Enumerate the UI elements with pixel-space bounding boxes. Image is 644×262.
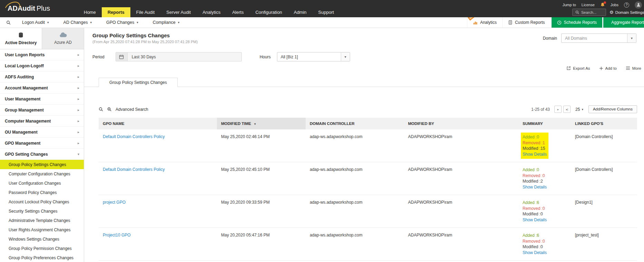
analytics-menu-item[interactable]: NEW Analytics: [467, 17, 502, 28]
col-header-modified-by[interactable]: MODIFIED BY: [404, 118, 518, 129]
aggregate-report-button[interactable]: Aggregate Report: [603, 17, 644, 28]
user-avatar[interactable]: [635, 1, 642, 9]
nav-item-home[interactable]: Home: [78, 7, 102, 17]
license-link[interactable]: License: [582, 3, 595, 7]
sidebar-item-ou-management[interactable]: OU Management▸: [0, 127, 84, 138]
linked-gpos-cell: [Domain Controllers]: [571, 162, 637, 195]
page-size-select[interactable]: 25 ▾: [575, 107, 583, 112]
jobs-link[interactable]: Jobs: [611, 3, 618, 7]
nav-item-file-audit[interactable]: File Audit: [130, 7, 160, 17]
pagination-range: 1-25 of 43: [531, 107, 550, 112]
chevron-down-icon: ▾: [178, 21, 180, 24]
sidebar-item-user-management[interactable]: User Management▸: [0, 94, 84, 105]
sidebar-subitem-group-policy-permission-changes[interactable]: Group Policy Permission Changes: [0, 244, 84, 253]
nav-item-label: Support: [318, 10, 334, 15]
gpo-name-link[interactable]: Project10 GPO: [103, 233, 131, 237]
tab-azure-ad[interactable]: Azure AD: [42, 28, 84, 49]
sidebar-sublist: Group Policy Settings ChangesComputer Co…: [0, 160, 84, 262]
nav-item-configuration[interactable]: Configuration: [249, 7, 288, 17]
sidebar-subitem-windows-settings-changes[interactable]: Windows Settings Changes: [0, 234, 84, 244]
col-header-gpo-name[interactable]: GPO NAME: [99, 118, 217, 129]
modified-by-cell: ADAPWORKSHOP\ram: [404, 228, 518, 261]
sidebar-subitem-user-configuration-changes[interactable]: User Configuration Changes: [0, 178, 84, 188]
sidebar-subitem-password-policy-changes[interactable]: Password Policy Changes: [0, 188, 84, 197]
show-details-link[interactable]: Show Details: [523, 250, 547, 255]
sidebar-subitem-administrative-template-changes[interactable]: Administrative Template Changes: [0, 216, 84, 225]
col-header-modified-time[interactable]: MODIFIED TIME ▾: [217, 118, 306, 129]
menubar-left: Logon Audit▾AD Changes▾GPO Changes▾Compl…: [0, 17, 187, 28]
sidebar-subitem-group-policy-settings-changes[interactable]: Group Policy Settings Changes: [0, 160, 84, 169]
menu-compliance[interactable]: Compliance▾: [146, 20, 187, 25]
period-input[interactable]: Last 30 Days: [116, 52, 242, 61]
summary-added: Added :0: [523, 134, 547, 140]
filters-row: Period Last 30 Days Hours All [Biz 1] ▾: [92, 52, 350, 61]
sidebar-item-computer-management[interactable]: Computer Management▸: [0, 116, 84, 127]
add-remove-columns-button[interactable]: Add/Remove Columns: [588, 105, 637, 113]
report-tabstrip: Group Policy Settings Changes: [84, 77, 644, 87]
page-head: Group Policy Settings Changes (From Apr …: [92, 32, 198, 44]
summary-removed: Removed :0: [523, 206, 547, 212]
menu-ad-changes[interactable]: AD Changes▾: [56, 20, 99, 25]
notifications-bell-icon[interactable]: [600, 2, 605, 7]
report-search-icon[interactable]: [6, 20, 15, 25]
schedule-reports-button[interactable]: Schedule Reports: [552, 17, 602, 28]
sidebar-item-group-management[interactable]: Group Management▸: [0, 105, 84, 116]
gpo-name-link[interactable]: Default Domain Controllers Policy: [103, 134, 165, 139]
app-logo[interactable]: ADAuditPlus: [8, 4, 50, 12]
gpo-name-link[interactable]: Default Domain Controllers Policy: [103, 167, 165, 172]
nav-item-label: Server Audit: [166, 10, 191, 15]
advanced-search-icon[interactable]: [107, 107, 112, 111]
sidebar-item-gpo-setting-changes[interactable]: GPO Setting Changes▾: [0, 149, 84, 160]
nav-item-analytics[interactable]: Analytics: [197, 7, 226, 17]
nav-item-server-audit[interactable]: Server Audit: [160, 7, 197, 17]
tab-group-policy-settings-changes[interactable]: Group Policy Settings Changes: [99, 78, 178, 87]
jump-to-link[interactable]: Jump to: [563, 3, 576, 7]
summary-removed: Removed :1: [523, 140, 547, 146]
sidebar-subitem-account-lockout-policy-changes[interactable]: Account Lockout Policy Changes: [0, 197, 84, 206]
sidebar-subitem-group-policy-preferences-changes[interactable]: Group Policy Preferences Changes: [0, 253, 84, 262]
menu-label: Logon Audit: [22, 20, 45, 25]
chevron-down-icon: ▾: [627, 34, 636, 42]
sidebar-subitem-user-rights-assignment-changes[interactable]: User Rights Assignment Changes: [0, 225, 84, 234]
last-page-button[interactable]: ▸|: [563, 106, 571, 113]
advanced-search-label[interactable]: Advanced Search: [116, 107, 148, 112]
nav-item-alerts[interactable]: Alerts: [226, 7, 249, 17]
show-details-link[interactable]: Show Details: [523, 217, 547, 222]
next-page-button[interactable]: ▸: [554, 106, 562, 113]
col-header-domain-controller[interactable]: DOMAIN CONTROLLER: [306, 118, 404, 129]
gpo-name-link[interactable]: project GPO: [103, 200, 126, 205]
calendar-icon[interactable]: [116, 52, 128, 61]
sidebar-item-local-logon-logoff[interactable]: Local Logon-Logoff▸: [0, 60, 84, 71]
menu-gpo-changes[interactable]: GPO Changes▾: [99, 20, 146, 25]
nav-item-reports[interactable]: Reports: [102, 7, 130, 17]
sub-item-label: Security Settings Changes: [9, 209, 57, 214]
sidebar-subitem-computer-configuration-changes[interactable]: Computer Configuration Changes: [0, 169, 84, 178]
nav-item-admin[interactable]: Admin: [288, 7, 313, 17]
menu-logon-audit[interactable]: Logon Audit▾: [15, 20, 56, 25]
nav-item-label: File Audit: [136, 10, 155, 15]
global-search-button[interactable]: Search...: [572, 9, 606, 16]
tab-active-directory[interactable]: Active Directory: [0, 28, 42, 49]
side-item-label: Group Management: [5, 108, 44, 113]
show-details-link[interactable]: Show Details: [523, 152, 547, 157]
sidebar-item-adfs-auditing[interactable]: ADFS Auditing▸: [0, 71, 84, 83]
sidebar-item-gpo-management[interactable]: GPO Management▸: [0, 138, 84, 149]
nav-item-support[interactable]: Support: [313, 7, 340, 17]
domain-select[interactable]: All Domains ▾: [561, 33, 636, 43]
sidebar-item-user-logon-reports[interactable]: User Logon Reports▸: [0, 49, 84, 60]
col-header-summary[interactable]: SUMMARY: [518, 118, 571, 129]
search-icon[interactable]: [99, 107, 103, 111]
domain-settings-button[interactable]: ⚙ Domain Settings: [610, 10, 644, 14]
custom-reports-menu-item[interactable]: Custom Reports: [502, 17, 551, 28]
col-header-linked-gpos[interactable]: LINKED GPO'S: [571, 118, 637, 129]
add-to-button[interactable]: Add to: [599, 66, 617, 70]
export-as-button[interactable]: Export As: [566, 66, 590, 70]
help-icon[interactable]: ?: [624, 2, 629, 8]
sidebar-subitem-security-settings-changes[interactable]: Security Settings Changes: [0, 206, 84, 216]
chevron-icon: ▾: [78, 152, 79, 156]
hours-select[interactable]: All [Biz 1] ▾: [277, 52, 350, 61]
sort-desc-icon: ▾: [254, 122, 256, 126]
more-button[interactable]: More: [626, 66, 641, 70]
sidebar-item-account-management[interactable]: Account Management▸: [0, 83, 84, 94]
show-details-link[interactable]: Show Details: [523, 185, 547, 190]
